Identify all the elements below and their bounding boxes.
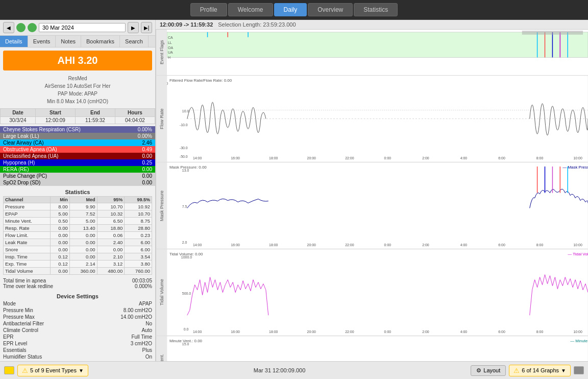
event-types-label: 5 of 9 Event Types bbox=[30, 367, 77, 373]
stats-row: Resp. Rate0.0013.4018.8028.80 bbox=[4, 225, 152, 232]
svg-text:4:00: 4:00 bbox=[460, 156, 468, 160]
setting-essentials: EssentialsPlus bbox=[3, 347, 152, 353]
nav-end-button[interactable]: ▶| bbox=[141, 22, 152, 33]
tab-bookmarks[interactable]: Bookmarks bbox=[81, 36, 120, 47]
svg-text:15.0: 15.0 bbox=[182, 342, 189, 346]
tab-notes[interactable]: Notes bbox=[56, 36, 81, 47]
tab-overview[interactable]: Overview bbox=[308, 3, 353, 16]
statistics-section: Statistics Channel Min Med 95% 99.5% Pre… bbox=[0, 186, 155, 277]
tab-details[interactable]: Details bbox=[0, 36, 28, 47]
tidal-volume-chart: Tidal Volume: 0.00 — Tidal Volume 1000.0… bbox=[167, 249, 588, 336]
bottom-right: ⚙ Layout ⚠ 6 of 14 Graphs ▼ bbox=[471, 365, 584, 376]
svg-text:0.0: 0.0 bbox=[184, 327, 189, 331]
svg-text:16:00: 16:00 bbox=[231, 330, 240, 334]
stats-row: Minute Vent.0.505.006.508.75 bbox=[4, 218, 152, 225]
left-tab-bar: Details Events Notes Bookmarks Search bbox=[0, 36, 155, 48]
pap-mode: PAP Mode: APAP bbox=[3, 90, 152, 98]
event-ll: Large Leak (LL) 0.00% bbox=[0, 133, 155, 139]
svg-text:— Minute Vent.: — Minute Vent. bbox=[570, 339, 588, 343]
svg-text:4:00: 4:00 bbox=[460, 243, 468, 247]
svg-text:— Tidal Volume: — Tidal Volume bbox=[568, 252, 588, 256]
layout-button[interactable]: ⚙ Layout bbox=[471, 365, 506, 376]
svg-text:0:00: 0:00 bbox=[384, 330, 391, 334]
tab-welcome[interactable]: Welcome bbox=[228, 3, 273, 16]
event-flags-area[interactable]: CA LL OA UA H bbox=[167, 30, 588, 75]
svg-text:10.0: 10.0 bbox=[182, 109, 189, 113]
event-ua: Unclassified Apnea (UA) 0.00 bbox=[0, 153, 155, 159]
left-panel: ◀ ▶ ▶| Details Events Notes Bookmarks Se… bbox=[0, 20, 156, 375]
svg-text:2:00: 2:00 bbox=[422, 156, 429, 160]
device-model: AirSense 10 AutoSet For Her bbox=[3, 82, 152, 90]
svg-text:4:00: 4:00 bbox=[460, 330, 468, 334]
svg-rect-47 bbox=[167, 162, 588, 249]
ahi-value: AHI 3.20 bbox=[7, 55, 148, 66]
event-h: Hypopnea (H) 0.25 bbox=[0, 159, 155, 166]
mask-pressure-chart: Mask Pressure: 0.00 — Mask Pressure 13.0… bbox=[167, 162, 588, 249]
nav-back-button[interactable]: ◀ bbox=[3, 22, 14, 33]
svg-text:16:00: 16:00 bbox=[231, 156, 240, 160]
event-sd: SpO2 Drop (SD) 0.00 bbox=[0, 179, 155, 186]
svg-text:2.0: 2.0 bbox=[182, 241, 187, 244]
tab-search[interactable]: Search bbox=[120, 36, 149, 47]
bottom-center: Mar 31 12:00:09.000 bbox=[254, 367, 306, 373]
stats-row: Exp. Time0.122.143.123.80 bbox=[4, 260, 152, 268]
svg-text:OA: OA bbox=[168, 46, 173, 50]
svg-text:H: H bbox=[168, 56, 170, 59]
event-pc: Pulse Change (PC) 0.00 bbox=[0, 173, 155, 179]
stats-row: EPAP5.007.5210.3210.70 bbox=[4, 210, 152, 218]
events-list: Cheyne Stokes Respiration (CSR) 0.00% La… bbox=[0, 126, 155, 186]
svg-text:1000.0: 1000.0 bbox=[181, 255, 192, 259]
svg-text:13.0: 13.0 bbox=[182, 169, 189, 172]
svg-text:0:00: 0:00 bbox=[384, 243, 391, 247]
svg-text:UA: UA bbox=[168, 51, 173, 54]
event-rera: RERA (RE) 0.00 bbox=[0, 166, 155, 173]
val-hours: 04:04:02 bbox=[115, 117, 155, 124]
flow-rate-row: Flow Rate Filtered Flow Rate/Flow Rate: … bbox=[156, 76, 588, 162]
svg-text:18:00: 18:00 bbox=[269, 330, 278, 334]
flow-rate-area[interactable]: Filtered Flow Rate/Flow Rate: 0.00 50.0 … bbox=[167, 76, 588, 162]
col-end: End bbox=[75, 109, 115, 117]
event-types-button[interactable]: ⚠ 5 of 9 Event Types ▼ bbox=[17, 365, 88, 376]
svg-text:2:00: 2:00 bbox=[422, 243, 429, 247]
tab-profile[interactable]: Profile bbox=[190, 3, 227, 16]
stats-row: Tidal Volume0.00360.00480.00760.00 bbox=[4, 268, 152, 275]
stats-row: Insp. Time0.120.002.103.54 bbox=[4, 253, 152, 260]
stats-row: Snore0.000.000.006.00 bbox=[4, 246, 152, 253]
setting-mode: ModeAPAP bbox=[3, 300, 152, 307]
mask-pressure-area[interactable]: Mask Pressure: 0.00 — Mask Pressure 13.0… bbox=[167, 162, 588, 249]
svg-text:6:00: 6:00 bbox=[498, 330, 505, 334]
dropdown-arrow-graphs: ▼ bbox=[561, 368, 566, 373]
svg-rect-69 bbox=[167, 249, 588, 336]
val-end: 11:59:32 bbox=[75, 117, 115, 124]
svg-text:6:00: 6:00 bbox=[498, 156, 505, 160]
svg-text:22:00: 22:00 bbox=[345, 243, 354, 247]
svg-text:20:00: 20:00 bbox=[307, 243, 316, 247]
svg-text:20:00: 20:00 bbox=[307, 330, 316, 334]
tab-events[interactable]: Events bbox=[28, 36, 56, 47]
stats-row: Leak Rate0.000.002.406.00 bbox=[4, 239, 152, 246]
ahi-box: AHI 3.20 bbox=[3, 51, 152, 70]
svg-text:14:00: 14:00 bbox=[193, 156, 202, 160]
tidal-volume-area[interactable]: Tidal Volume: 0.00 — Tidal Volume 1000.0… bbox=[167, 249, 588, 336]
warning-icon-graphs: ⚠ bbox=[513, 367, 520, 374]
tab-statistics[interactable]: Statistics bbox=[354, 3, 398, 16]
event-csr: Cheyne Stokes Respiration (CSR) 0.00% bbox=[0, 126, 155, 133]
date-table: Date Start End Hours 30/3/24 12:00:09 11… bbox=[0, 108, 155, 124]
time-range: 12:00:09 -> 11:59:32 bbox=[160, 21, 213, 28]
chart-header: 12:00:09 -> 11:59:32 Selection Length: 2… bbox=[156, 20, 588, 30]
date-input[interactable] bbox=[39, 23, 126, 32]
totals-section: Total time in apnea 00:03:05 Time over l… bbox=[0, 277, 155, 290]
setting-pmax: Pressure Max14.00 cmH2O bbox=[3, 314, 152, 320]
mask-pressure-row: Mask Pressure Mask Pressure: 0.00 — Mask… bbox=[156, 162, 588, 249]
event-flags-chart: CA LL OA UA H bbox=[167, 30, 588, 75]
graphs-button[interactable]: ⚠ 6 of 14 Graphs ▼ bbox=[509, 365, 571, 376]
val-start: 12:00:09 bbox=[35, 117, 75, 124]
tab-daily[interactable]: Daily bbox=[274, 3, 307, 16]
svg-text:-50.0: -50.0 bbox=[180, 155, 188, 158]
svg-text:2:00: 2:00 bbox=[422, 330, 429, 334]
svg-text:8:00: 8:00 bbox=[536, 156, 544, 160]
setting-climate: Climate ControlAuto bbox=[3, 327, 152, 334]
svg-text:Filtered Flow Rate/Flow Rate: : Filtered Flow Rate/Flow Rate: 0.00 bbox=[169, 78, 232, 83]
svg-text:18:00: 18:00 bbox=[269, 243, 278, 247]
nav-forward-button[interactable]: ▶ bbox=[128, 22, 139, 33]
